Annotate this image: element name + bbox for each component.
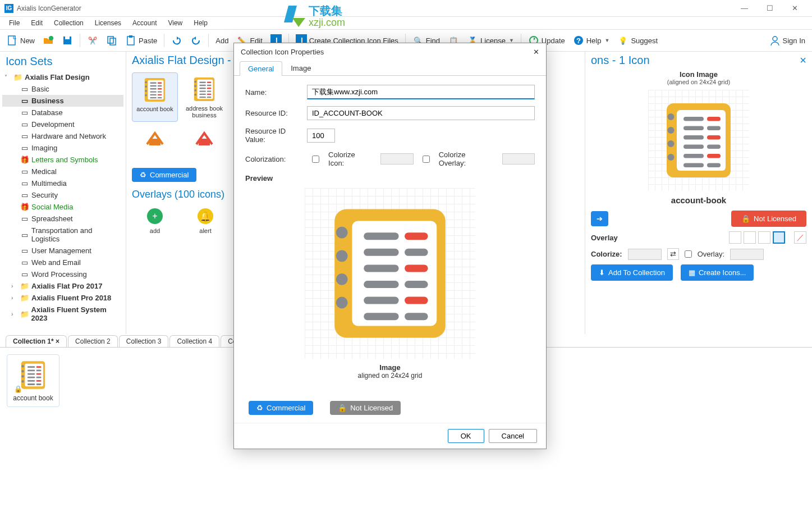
tree-item-security[interactable]: ▭Security [2,189,123,201]
tree-item-letters-and-symbols[interactable]: 🎁Letters and Symbols [2,154,123,166]
tree-item-development[interactable]: ▭Development [2,118,123,130]
tab-collection-2[interactable]: Collection 2 [68,335,118,347]
colorize-overlay-checkbox[interactable] [423,156,430,163]
icon-image-sub: (aligned on 24x24 grid) [591,79,806,85]
tree-item-hardware-and-network[interactable]: ▭Hardware and Network [2,130,123,142]
tree-item-business[interactable]: ▭Business [2,95,123,107]
lock-icon: 🔒 [14,385,22,393]
overlay-tile-alert[interactable]: 🔔alert [180,204,231,239]
ok-button[interactable]: OK [448,429,484,443]
close-tab-icon[interactable]: × [56,337,59,345]
dialog-not-licensed-badge[interactable]: 🔒Not Licensed [330,401,401,415]
window-minimize-button[interactable]: — [732,0,757,17]
colorize-swatch[interactable] [628,249,662,260]
colorize-overlay-swatch[interactable] [502,153,535,165]
menu-licenses[interactable]: Licenses [90,18,126,28]
window-close-button[interactable]: ✕ [782,0,808,17]
menu-edit[interactable]: Edit [26,18,47,28]
overlay-pos-bl[interactable] [758,231,770,244]
save-button[interactable] [58,33,76,48]
tree-item-imaging[interactable]: ▭Imaging [2,142,123,154]
tree-item-word-processing[interactable]: ▭Word Processing [2,268,123,280]
tree-item-user-management[interactable]: ▭User Management [2,245,123,257]
svg-rect-34 [149,139,160,145]
collection-tile[interactable]: 🔒 account book [7,354,59,407]
tree-item-axialis-fluent-pro-2018[interactable]: ›📁Axialis Fluent Pro 2018 [2,292,123,304]
tree-item-axialis-flat-pro-2017[interactable]: ›📁Axialis Flat Pro 2017 [2,280,123,292]
new-button[interactable]: New [3,33,38,48]
redo-button[interactable] [187,33,205,48]
tab-collection-4[interactable]: Collection 4 [169,335,219,347]
icon-tile[interactable]: account book [132,72,178,122]
colorize-label: Colorize: [591,250,622,258]
overlay-pos-none[interactable]: ／ [794,231,806,244]
tab-collection-1[interactable]: Collection 1* × [6,335,67,347]
dialog-tab-image[interactable]: Image [282,61,319,75]
menu-file[interactable]: File [4,18,24,28]
page-icon: ▭ [20,271,29,278]
add-button[interactable]: Add [212,34,232,47]
colorize-icon-checkbox[interactable] [312,156,319,163]
tree-item-spreadsheet[interactable]: ▭Spreadsheet [2,213,123,225]
page-icon: ▭ [20,97,29,105]
copy-button[interactable] [103,33,121,48]
icon-tile[interactable] [181,125,227,161]
svg-rect-21 [65,36,70,39]
icon-tile[interactable]: address book business [181,72,227,122]
svg-rect-25 [129,35,132,38]
link-icon[interactable]: ⇄ [667,248,679,260]
lock-icon: 🔒 [338,404,347,412]
sign-in-button[interactable]: Sign In [766,33,809,48]
cut-button[interactable]: ✂️ [84,33,102,48]
tree-item-axialis-fluent-system-2023[interactable]: ›📁Axialis Fluent System 2023 [2,304,123,324]
menu-collection[interactable]: Collection [49,18,88,28]
menu-help[interactable]: Help [189,18,212,28]
undo-button[interactable] [168,33,186,48]
dialog-close-button[interactable]: ✕ [533,48,539,56]
resource-id-value-input[interactable] [307,129,335,143]
save-icon [62,35,73,46]
lightbulb-icon: 💡 [617,35,629,46]
tree-item-transportation-and-logistics[interactable]: ▭Transportation and Logistics [2,225,123,245]
overlay-swatch[interactable] [730,249,764,260]
right-panel: ons - 1 Icon× Icon Image (aligned on 24x… [585,52,812,334]
icon-tile[interactable] [132,125,178,161]
overlay-checkbox[interactable] [685,250,692,258]
cancel-button[interactable]: Cancel [489,429,537,443]
colorize-icon-swatch[interactable] [380,153,413,165]
not-licensed-badge[interactable]: 🔒Not Licensed [731,211,806,227]
tree-item-medical[interactable]: ▭Medical [2,166,123,177]
tree-item-web-and-email[interactable]: ▭Web and Email [2,257,123,268]
tree-item-basic[interactable]: ▭Basic [2,83,123,95]
recycle-icon: ♻ [140,171,146,179]
tab-collection-3[interactable]: Collection 3 [119,335,169,347]
open-button[interactable] [39,33,57,48]
resource-id-input[interactable] [307,106,535,120]
menu-account[interactable]: Account [128,18,161,28]
create-icons-button[interactable]: ▦Create Icons... [681,264,754,281]
resource-id-label: Resource ID: [245,109,307,117]
tree-root[interactable]: ˅📁Axialis Flat Design [2,71,123,83]
arrow-right-icon: ➔ [597,214,603,223]
svg-point-19 [49,36,53,40]
overlay-pos-br[interactable] [773,231,785,244]
window-maximize-button[interactable]: ☐ [757,0,782,17]
overlay-pos-tr[interactable] [744,231,756,244]
suggest-button[interactable]: 💡Suggest [614,33,661,48]
overlay-tile-add[interactable]: +add [130,204,180,239]
tree-item-social-media[interactable]: 🎁Social Media [2,201,123,213]
commercial-badge[interactable]: ♻Commercial [132,168,196,182]
tree-item-multimedia[interactable]: ▭Multimedia [2,177,123,189]
menu-view[interactable]: View [163,18,187,28]
paste-button[interactable]: Paste [122,33,160,48]
overlay-pos-tl[interactable] [729,231,741,244]
add-to-collection-button[interactable]: ⬇Add To Collection [591,264,673,281]
folder-icon: 📁 [13,74,22,81]
close-panel-icon[interactable]: × [800,54,806,67]
tree-item-database[interactable]: ▭Database [2,107,123,118]
help-button[interactable]: ?Help▼ [570,33,613,48]
dialog-tab-general[interactable]: General [240,61,282,76]
next-button[interactable]: ➔ [591,211,608,226]
dialog-commercial-badge[interactable]: ♻Commercial [249,401,313,415]
name-input[interactable] [307,85,535,99]
